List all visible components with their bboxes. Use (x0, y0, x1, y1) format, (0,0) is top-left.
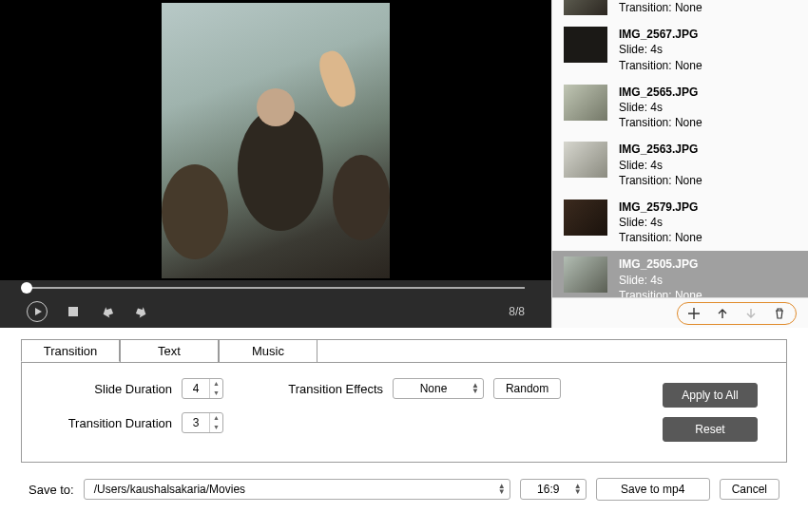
slide-filename: IMG_2563.JPG (619, 142, 702, 157)
transition-duration-label: Transition Duration (50, 416, 172, 430)
step-down-icon[interactable]: ▼ (210, 423, 222, 432)
random-button[interactable]: Random (493, 378, 561, 399)
slide-duration: Slide: 4s (619, 273, 702, 288)
step-up-icon[interactable]: ▲ (210, 379, 222, 389)
save-to-mp4-button[interactable]: Save to mp4 (596, 478, 710, 501)
slide-filename: IMG_2505.JPG (619, 256, 702, 272)
slide-item[interactable]: IMG_2565.JPG Slide: 4s Transition: None (552, 79, 808, 137)
step-down-icon[interactable]: ▼ (210, 389, 222, 398)
slide-filename: IMG_2579.JPG (619, 200, 702, 215)
slide-item[interactable]: IMG_2505.JPG Slide: 4s Transition: None (552, 251, 808, 297)
step-up-icon[interactable]: ▲ (210, 413, 222, 423)
slide-meta: IMG_2579.JPG Slide: 4s Transition: None (619, 200, 702, 246)
aspect-ratio-value: 16:9 (530, 483, 567, 496)
slide-thumbnail (564, 27, 607, 63)
transition-effects-value: None (403, 382, 464, 395)
slide-duration: Slide: 4s (619, 215, 702, 230)
slide-toolbar (552, 297, 808, 328)
transition-duration-input[interactable] (183, 416, 209, 429)
slide-duration-stepper[interactable]: ▲▼ (182, 378, 223, 399)
move-up-button[interactable] (714, 305, 731, 322)
slide-transition: Transition: None (619, 230, 702, 245)
slide-counter: 8/8 (509, 305, 525, 318)
transition-effects-select[interactable]: None ▲▼ (393, 378, 484, 399)
seek-thumb[interactable] (21, 282, 32, 294)
delete-slide-button[interactable] (771, 305, 788, 322)
slide-thumbnail (564, 200, 607, 236)
save-path-value: /Users/kaushalsakaria/Movies (94, 483, 491, 496)
slide-meta: IMG_2567.JPG Slide: 4s Transition: None (619, 27, 702, 73)
transition-duration-stepper[interactable]: ▲▼ (182, 412, 223, 433)
play-button[interactable] (27, 301, 48, 322)
slide-duration-input[interactable] (183, 382, 209, 395)
slide-thumbnail (564, 256, 607, 293)
slide-item[interactable]: IMG_2579.JPG Slide: 4s Transition: None (552, 194, 808, 252)
slide-item[interactable]: Transition: None (552, 0, 808, 21)
slide-duration: Slide: 4s (619, 100, 702, 115)
transition-effects-label: Transition Effects (271, 382, 383, 396)
slide-meta: Transition: None (619, 0, 702, 15)
slide-transition: Transition: None (619, 288, 702, 297)
slide-meta: IMG_2565.JPG Slide: 4s Transition: None (619, 85, 702, 131)
slide-thumbnail (564, 142, 607, 178)
rotate-ccw-button[interactable] (99, 303, 116, 320)
slide-meta: IMG_2505.JPG Slide: 4s Transition: None (619, 256, 702, 297)
cancel-button[interactable]: Cancel (720, 479, 779, 500)
save-row: Save to: /Users/kaushalsakaria/Movies ▲▼… (0, 466, 808, 514)
slide-list-pane: Transition: None IMG_2567.JPG Slide: 4s … (551, 0, 808, 328)
slide-duration-label: Slide Duration (50, 382, 172, 396)
slide-filename: IMG_2567.JPG (619, 27, 702, 42)
slide-transition: Transition: None (619, 0, 702, 15)
slide-meta: IMG_2563.JPG Slide: 4s Transition: None (619, 142, 702, 188)
preview-pane: 8/8 (0, 0, 551, 328)
tab-text[interactable]: Text (120, 339, 219, 362)
seek-bar[interactable] (27, 287, 525, 289)
preview-image (162, 3, 390, 278)
slide-thumbnail (564, 85, 607, 121)
slide-duration: Slide: 4s (619, 158, 702, 173)
move-down-button (742, 305, 760, 322)
reset-button[interactable]: Reset (663, 417, 758, 442)
chevron-updown-icon: ▲▼ (498, 484, 506, 495)
stop-button[interactable] (65, 303, 82, 320)
slide-thumbnail (564, 0, 607, 15)
add-slide-button[interactable] (685, 305, 702, 322)
aspect-ratio-select[interactable]: 16:9 ▲▼ (520, 479, 587, 500)
apply-all-button[interactable]: Apply to All (663, 383, 758, 408)
chevron-updown-icon: ▲▼ (471, 383, 479, 394)
slide-item[interactable]: IMG_2567.JPG Slide: 4s Transition: None (552, 21, 808, 79)
slide-list[interactable]: Transition: None IMG_2567.JPG Slide: 4s … (552, 0, 808, 297)
rotate-cw-button[interactable] (133, 303, 150, 320)
preview-viewport (0, 0, 551, 280)
slide-filename: IMG_2565.JPG (619, 85, 702, 100)
slide-duration: Slide: 4s (619, 42, 702, 57)
chevron-updown-icon: ▲▼ (574, 484, 582, 495)
slide-transition: Transition: None (619, 115, 702, 130)
settings-panel: Transition Text Music Slide Duration ▲▼ … (21, 339, 787, 463)
save-path-select[interactable]: /Users/kaushalsakaria/Movies ▲▼ (84, 479, 510, 500)
slide-item[interactable]: IMG_2563.JPG Slide: 4s Transition: None (552, 136, 808, 194)
tab-transition[interactable]: Transition (21, 339, 120, 362)
slide-transition: Transition: None (619, 173, 702, 188)
tab-music[interactable]: Music (219, 339, 317, 362)
preview-controls: 8/8 (0, 280, 551, 328)
slide-transition: Transition: None (619, 58, 702, 73)
save-to-label: Save to: (29, 483, 74, 497)
